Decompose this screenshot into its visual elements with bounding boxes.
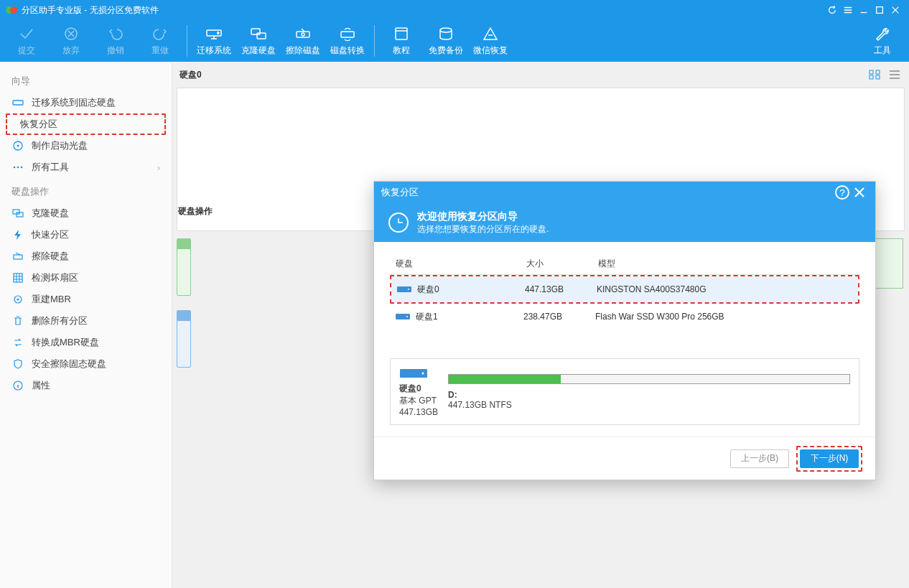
swap-icon bbox=[11, 337, 24, 348]
diskops-heading: 硬盘操作 bbox=[178, 205, 213, 218]
prev-button[interactable]: 上一步(B) bbox=[730, 449, 789, 468]
sidebar-item-migrate-ssd[interactable]: 迁移系统到固态硬盘 bbox=[0, 92, 172, 113]
ssd-icon bbox=[11, 97, 24, 108]
sidebar-item-rebuild-mbr[interactable]: 重建MBR bbox=[0, 289, 172, 310]
disk-card-row-1 bbox=[177, 238, 191, 296]
disk-table-header: 硬盘 大小 模型 bbox=[390, 253, 859, 275]
sidebar-item-recover-partition[interactable]: 恢复分区 bbox=[6, 113, 166, 135]
menu-icon[interactable] bbox=[840, 2, 856, 18]
redo-button[interactable]: 重做 bbox=[138, 22, 182, 60]
svg-rect-26 bbox=[870, 70, 873, 74]
svg-point-16 bbox=[14, 167, 16, 169]
disk-icon bbox=[391, 284, 417, 295]
grid-icon bbox=[11, 272, 24, 284]
svg-point-17 bbox=[17, 167, 19, 169]
tools-button[interactable]: 工具 bbox=[860, 22, 905, 60]
view-list-icon[interactable] bbox=[887, 68, 902, 81]
discard-button[interactable]: 放弃 bbox=[49, 22, 93, 60]
partition-card[interactable] bbox=[177, 310, 191, 368]
svg-rect-9 bbox=[341, 32, 354, 37]
sidebar-item-properties[interactable]: 属性 bbox=[0, 375, 172, 396]
svg-rect-29 bbox=[876, 75, 880, 79]
svg-rect-28 bbox=[870, 75, 873, 79]
preview-disk-info: 硬盘0 基本 GPT 447.13GB bbox=[399, 366, 438, 417]
svg-point-1 bbox=[10, 6, 17, 14]
disk-row-1[interactable]: 硬盘1 238.47GB Flash War SSD W300 Pro 256G… bbox=[390, 304, 859, 330]
svg-rect-2 bbox=[877, 7, 883, 14]
shield-icon bbox=[11, 358, 24, 370]
convert-disk-button[interactable]: 磁盘转换 bbox=[325, 22, 370, 60]
disk-icon bbox=[399, 366, 438, 383]
close-icon[interactable] bbox=[887, 2, 903, 18]
disk-row-0-highlight: 硬盘0 447.13GB KINGSTON SA400S37480G bbox=[390, 275, 859, 304]
next-button-highlight: 下一步(N) bbox=[796, 446, 862, 472]
svg-rect-6 bbox=[257, 33, 266, 39]
sidebar-item-quick-partition[interactable]: 快速分区 bbox=[0, 224, 172, 246]
maximize-icon[interactable] bbox=[872, 2, 887, 18]
svg-rect-7 bbox=[297, 32, 309, 37]
dialog-close-icon[interactable] bbox=[851, 184, 868, 201]
svg-rect-5 bbox=[251, 29, 260, 34]
sidebar-item-secure-erase-ssd[interactable]: 安全擦除固态硬盘 bbox=[0, 353, 172, 375]
erase-icon bbox=[11, 251, 24, 262]
disc-icon bbox=[11, 140, 24, 151]
disk-row-0[interactable]: 硬盘0 447.13GB KINGSTON SA400S37480G bbox=[391, 276, 858, 302]
svg-text:?: ? bbox=[839, 187, 845, 198]
sidebar-item-delete-all[interactable]: 删除所有分区 bbox=[0, 310, 172, 332]
disk-card-row-2 bbox=[177, 310, 191, 368]
wizard-icon bbox=[388, 213, 409, 233]
app-logo-icon bbox=[6, 4, 17, 16]
partition-usage-bar bbox=[448, 374, 850, 384]
sidebar-item-badsector[interactable]: 检测坏扇区 bbox=[0, 267, 172, 289]
title-bar: 分区助手专业版 - 无损分区免费软件 bbox=[0, 0, 909, 20]
undo-button[interactable]: 撤销 bbox=[93, 22, 138, 60]
recover-partition-dialog: 恢复分区 ? 欢迎使用恢复分区向导 选择您想要恢复的分区所在的硬盘. 硬盘 大小… bbox=[373, 181, 876, 480]
svg-rect-12 bbox=[13, 101, 23, 105]
dialog-title: 恢复分区 bbox=[381, 186, 419, 199]
info-icon bbox=[11, 380, 24, 391]
wipe-disk-button[interactable]: 擦除磁盘 bbox=[281, 22, 325, 60]
sidebar-item-boot-cd[interactable]: 制作启动光盘 bbox=[0, 135, 172, 157]
svg-point-24 bbox=[17, 299, 19, 301]
view-grid-icon[interactable] bbox=[867, 68, 882, 81]
trash-icon bbox=[11, 315, 24, 327]
svg-point-33 bbox=[408, 289, 409, 290]
commit-button[interactable]: 提交 bbox=[4, 22, 49, 60]
migrate-os-button[interactable]: 迁移系统 bbox=[192, 22, 236, 60]
sidebar-item-convert-mbr[interactable]: 转换成MBR硬盘 bbox=[0, 332, 172, 353]
svg-rect-27 bbox=[876, 70, 880, 74]
dialog-footer: 上一步(B) 下一步(N) bbox=[374, 437, 875, 480]
disk-preview-panel: 硬盘0 基本 GPT 447.13GB D: 447.13GB NTFS bbox=[390, 358, 859, 425]
svg-point-15 bbox=[17, 145, 19, 147]
minimize-icon[interactable] bbox=[856, 2, 872, 18]
partition-card[interactable] bbox=[177, 238, 191, 296]
svg-point-11 bbox=[440, 28, 452, 32]
chevron-right-icon: › bbox=[157, 162, 160, 173]
drive-letter: D: bbox=[448, 390, 457, 400]
help-icon[interactable]: ? bbox=[834, 184, 851, 201]
partition-detail: 447.13GB NTFS bbox=[448, 400, 512, 410]
backup-button[interactable]: 免费备份 bbox=[424, 22, 468, 60]
svg-point-37 bbox=[422, 373, 424, 375]
sidebar-item-clone-disk[interactable]: 克隆硬盘 bbox=[0, 202, 172, 224]
sidebar-item-erase-disk[interactable]: 擦除硬盘 bbox=[0, 246, 172, 267]
sidebar-heading-wizard: 向导 bbox=[0, 67, 172, 92]
tutorial-button[interactable]: 教程 bbox=[379, 22, 424, 60]
refresh-icon[interactable] bbox=[824, 2, 840, 18]
svg-rect-22 bbox=[14, 274, 22, 282]
main-toolbar: 提交 放弃 撤销 重做 迁移系统 克隆硬盘 擦除磁盘 磁盘转换 教程 免费备份 … bbox=[0, 20, 909, 62]
svg-rect-10 bbox=[396, 28, 407, 39]
svg-point-35 bbox=[406, 316, 408, 317]
dialog-welcome: 欢迎使用恢复分区向导 bbox=[417, 210, 549, 223]
clone-disk-button[interactable]: 克隆硬盘 bbox=[236, 22, 281, 60]
clone-icon bbox=[11, 207, 24, 219]
app-title: 分区助手专业版 - 无损分区免费软件 bbox=[22, 4, 159, 17]
content-area: 硬盘0 硬盘操作 恢复分区 ? 欢迎使用恢复分区向导 bbox=[172, 62, 909, 588]
dots-icon bbox=[11, 162, 24, 173]
sidebar-heading-diskops: 硬盘操作 bbox=[0, 178, 172, 202]
next-button[interactable]: 下一步(N) bbox=[800, 449, 859, 468]
sidebar-item-all-tools[interactable]: 所有工具 › bbox=[0, 157, 172, 178]
wechat-recover-button[interactable]: 微信恢复 bbox=[468, 22, 513, 60]
disk0-label: 硬盘0 bbox=[180, 69, 202, 81]
dialog-titlebar: 恢复分区 ? bbox=[374, 182, 875, 203]
